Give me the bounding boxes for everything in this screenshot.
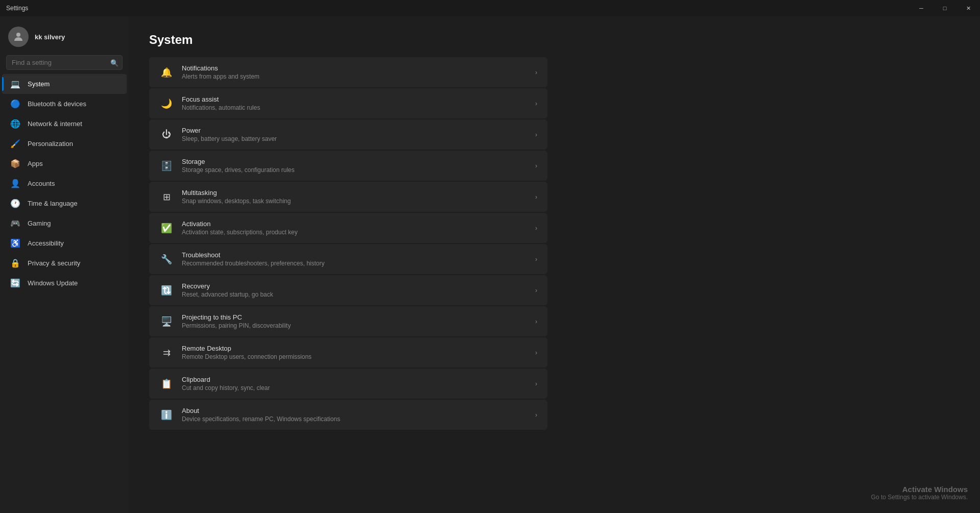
settings-title-about: About [182,407,527,414]
settings-icon-projecting: 🖥️ [159,316,174,327]
username: kk silvery [35,33,65,41]
settings-text-notifications: Notifications Alerts from apps and syste… [182,64,527,80]
sidebar: kk silvery 🔍 💻 System 🔵 Bluetooth & devi… [0,16,129,513]
settings-item-multitasking[interactable]: ⊞ Multitasking Snap windows, desktops, t… [149,182,547,212]
settings-text-projecting: Projecting to this PC Permissions, pairi… [182,313,527,329]
settings-icon-multitasking: ⊞ [159,191,174,203]
settings-item-clipboard[interactable]: 📋 Clipboard Cut and copy history, sync, … [149,369,547,399]
settings-desc-activation: Activation state, subscriptions, product… [182,229,527,236]
settings-item-power[interactable]: ⏻ Power Sleep, battery usage, battery sa… [149,119,547,150]
nav-label-network: Network & internet [28,120,82,128]
settings-desc-remote-desktop: Remote Desktop users, connection permiss… [182,353,527,360]
titlebar-controls: ─ □ ✕ [910,0,980,16]
settings-item-notifications[interactable]: 🔔 Notifications Alerts from apps and sys… [149,57,547,87]
nav-label-system: System [28,80,50,88]
sidebar-item-network[interactable]: 🌐 Network & internet [2,114,127,134]
nav-label-windows-update: Windows Update [28,279,78,287]
sidebar-item-time[interactable]: 🕐 Time & language [2,193,127,213]
chevron-icon-multitasking: › [535,193,537,201]
settings-icon-storage: 🗄️ [159,160,174,172]
settings-item-projecting[interactable]: 🖥️ Projecting to this PC Permissions, pa… [149,306,547,336]
settings-desc-power: Sleep, battery usage, battery saver [182,135,527,142]
sidebar-item-accounts[interactable]: 👤 Accounts [2,174,127,193]
settings-text-power: Power Sleep, battery usage, battery save… [182,127,527,142]
settings-title-remote-desktop: Remote Desktop [182,345,527,352]
nav-icon-apps: 📦 [10,159,20,168]
settings-title-troubleshoot: Troubleshoot [182,251,527,259]
sidebar-item-bluetooth[interactable]: 🔵 Bluetooth & devices [2,94,127,114]
settings-title-activation: Activation [182,220,527,228]
nav-label-gaming: Gaming [28,219,51,227]
settings-item-troubleshoot[interactable]: 🔧 Troubleshoot Recommended troubleshoote… [149,244,547,274]
settings-title-focus-assist: Focus assist [182,95,527,103]
settings-item-remote-desktop[interactable]: ⇉ Remote Desktop Remote Desktop users, c… [149,337,547,368]
settings-text-about: About Device specifications, rename PC, … [182,407,527,423]
settings-desc-multitasking: Snap windows, desktops, task switching [182,198,527,205]
settings-text-remote-desktop: Remote Desktop Remote Desktop users, con… [182,345,527,360]
chevron-icon-clipboard: › [535,380,537,387]
nav-icon-privacy: 🔒 [10,258,20,268]
activate-line1: Activate Windows [871,485,968,494]
chevron-icon-notifications: › [535,69,537,76]
settings-desc-projecting: Permissions, pairing PIN, discoverabilit… [182,322,527,329]
nav-icon-windows-update: 🔄 [10,278,20,288]
settings-desc-about: Device specifications, rename PC, Window… [182,416,527,423]
sidebar-item-system[interactable]: 💻 System [2,74,127,94]
search-box: 🔍 [6,55,123,70]
minimize-button[interactable]: ─ [910,0,933,16]
app-container: kk silvery 🔍 💻 System 🔵 Bluetooth & devi… [0,16,980,513]
settings-text-activation: Activation Activation state, subscriptio… [182,220,527,236]
settings-icon-clipboard: 📋 [159,378,174,389]
settings-item-recovery[interactable]: 🔃 Recovery Reset, advanced startup, go b… [149,275,547,305]
activate-line2: Go to Settings to activate Windows. [871,494,968,501]
settings-title-power: Power [182,127,527,134]
chevron-icon-storage: › [535,162,537,169]
sidebar-item-apps[interactable]: 📦 Apps [2,154,127,174]
settings-text-clipboard: Clipboard Cut and copy history, sync, cl… [182,376,527,392]
chevron-icon-about: › [535,411,537,419]
settings-desc-clipboard: Cut and copy history, sync, clear [182,384,527,392]
svg-point-0 [16,33,20,37]
sidebar-item-privacy[interactable]: 🔒 Privacy & security [2,253,127,273]
settings-icon-notifications: 🔔 [159,67,174,78]
settings-item-activation[interactable]: ✅ Activation Activation state, subscript… [149,213,547,243]
settings-title-notifications: Notifications [182,64,527,72]
sidebar-user: kk silvery [0,16,129,55]
search-input[interactable] [6,55,123,70]
sidebar-item-gaming[interactable]: 🎮 Gaming [2,213,127,233]
settings-item-about[interactable]: ℹ️ About Device specifications, rename P… [149,400,547,430]
settings-icon-about: ℹ️ [159,409,174,421]
settings-icon-activation: ✅ [159,223,174,234]
settings-item-focus-assist[interactable]: 🌙 Focus assist Notifications, automatic … [149,88,547,118]
settings-text-recovery: Recovery Reset, advanced startup, go bac… [182,282,527,298]
settings-desc-troubleshoot: Recommended troubleshooters, preferences… [182,260,527,267]
settings-desc-notifications: Alerts from apps and system [182,73,527,80]
chevron-icon-remote-desktop: › [535,349,537,356]
main-content: System 🔔 Notifications Alerts from apps … [129,16,980,513]
nav-label-accessibility: Accessibility [28,239,64,247]
settings-desc-recovery: Reset, advanced startup, go back [182,291,527,298]
restore-button[interactable]: □ [933,0,957,16]
nav-icon-system: 💻 [10,79,20,89]
nav-label-bluetooth: Bluetooth & devices [28,100,86,108]
nav-icon-gaming: 🎮 [10,218,20,228]
page-title: System [149,33,960,47]
nav-label-personalization: Personalization [28,140,73,148]
nav-icon-accessibility: ♿ [10,238,20,248]
nav-icon-time: 🕐 [10,199,20,208]
chevron-icon-focus-assist: › [535,100,537,107]
sidebar-item-windows-update[interactable]: 🔄 Windows Update [2,273,127,293]
settings-text-multitasking: Multitasking Snap windows, desktops, tas… [182,189,527,205]
settings-title-multitasking: Multitasking [182,189,527,197]
titlebar-title: Settings [6,5,28,12]
chevron-icon-activation: › [535,225,537,232]
sidebar-item-personalization[interactable]: 🖌️ Personalization [2,134,127,154]
sidebar-item-accessibility[interactable]: ♿ Accessibility [2,233,127,253]
settings-title-projecting: Projecting to this PC [182,313,527,321]
nav-label-accounts: Accounts [28,180,55,187]
settings-item-storage[interactable]: 🗄️ Storage Storage space, drives, config… [149,151,547,181]
close-button[interactable]: ✕ [957,0,980,16]
settings-list: 🔔 Notifications Alerts from apps and sys… [149,57,547,430]
settings-title-storage: Storage [182,158,527,165]
chevron-icon-power: › [535,131,537,138]
